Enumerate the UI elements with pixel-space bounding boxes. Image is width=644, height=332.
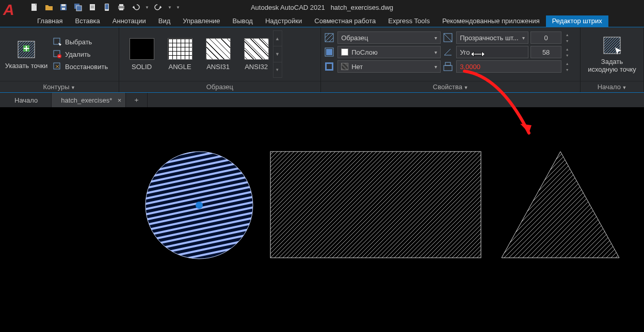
tab-insert[interactable]: Вставка (69, 15, 106, 27)
remove-boundary-button[interactable]: Удалить (53, 49, 108, 59)
panel-origin-title[interactable]: Начало (581, 81, 643, 92)
app-logo-icon[interactable]: A (3, 4, 23, 15)
transparency-label: Прозрачность шт... (460, 34, 519, 42)
panel-pattern-title: Образец (206, 83, 233, 91)
qat-redo-dd-icon[interactable]: ▼ (167, 2, 172, 13)
scroll-expand-icon[interactable]: ▾ (273, 62, 282, 77)
transparency-combo[interactable]: Прозрачность шт... (456, 31, 528, 44)
pattern-type-combo[interactable]: Образец (337, 31, 441, 44)
qat-print-icon[interactable] (116, 2, 127, 13)
pattern-solid[interactable]: SOLID (130, 38, 154, 71)
remove-boundary-label: Удалить (65, 51, 91, 58)
pattern-gallery-scroll[interactable]: ▲ ▼ ▾ (273, 30, 282, 78)
svg-rect-37 (270, 152, 481, 258)
recreate-boundary-label: Восстановить (65, 63, 108, 71)
qat-more-icon[interactable]: ▼ (175, 2, 181, 13)
ribbon-tabs: Главная Вставка Аннотации Вид Управление… (0, 14, 644, 27)
bgcolor-value: Нет (351, 63, 363, 71)
qat-saveas-icon[interactable] (72, 2, 84, 13)
qat-undo-icon[interactable] (130, 2, 141, 13)
svg-marker-38 (502, 152, 619, 258)
svg-rect-28 (444, 65, 452, 71)
svg-marker-13 (133, 6, 134, 9)
doc-tab-file[interactable]: hatch_exercises*× (52, 93, 126, 107)
svg-rect-3 (61, 4, 66, 6)
pattern-ansi31[interactable]: ANSI31 (206, 38, 231, 71)
panel-pattern: SOLID ANGLE ANSI31 ANSI32 ▲ ▼ ▾ (119, 27, 321, 92)
angle-label: Уго (456, 46, 528, 58)
bgcolor-icon (324, 61, 334, 72)
quick-access-toolbar: ▼ ▼ ▼ (29, 2, 181, 13)
tab-hatch-editor[interactable]: Редактор штрих (546, 15, 608, 27)
pattern-type-icon (324, 32, 334, 43)
drawing-canvas[interactable] (0, 107, 644, 332)
recreate-boundary-button[interactable]: Восстановить (53, 62, 108, 71)
scroll-down-icon[interactable]: ▼ (273, 46, 282, 62)
tab-addins[interactable]: Надстройки (259, 15, 308, 27)
select-objects-button[interactable]: Выбрать (53, 37, 108, 46)
select-objects-label: Выбрать (65, 38, 92, 46)
svg-rect-11 (119, 4, 123, 6)
color-icon (324, 47, 334, 57)
svg-rect-6 (76, 6, 82, 11)
tab-output[interactable]: Вывод (227, 15, 259, 27)
angle-value[interactable]: 58 (530, 46, 561, 58)
ribbon: Указать точки Выбрать Удалить Восстанови… (0, 27, 644, 93)
svg-rect-27 (327, 64, 332, 69)
transparency-value[interactable]: 0 (530, 31, 561, 44)
svg-rect-12 (119, 8, 123, 10)
pattern-ansi31-label: ANSI31 (206, 63, 230, 71)
qat-new-icon[interactable] (29, 2, 40, 13)
svg-rect-25 (326, 49, 332, 55)
color-value: ПоСлою (351, 48, 378, 56)
scale-value: 3.0000 (460, 63, 480, 71)
tab-express[interactable]: Express Tools (382, 15, 436, 27)
pattern-ansi32-label: ANSI32 (245, 63, 268, 71)
file-name: hatch_exercises.dwg (331, 4, 393, 11)
pattern-type-value: Образец (341, 34, 368, 42)
scroll-up-icon[interactable]: ▲ (273, 31, 282, 46)
selection-grip-icon (196, 202, 203, 209)
set-origin-button[interactable]: Задать исходную точку (584, 35, 640, 73)
scale-icon (443, 61, 453, 72)
pattern-angle[interactable]: ANGLE (168, 38, 192, 71)
angle-icon (443, 47, 453, 57)
qat-publish-icon[interactable] (87, 2, 98, 13)
svg-rect-29 (445, 62, 450, 65)
tab-collab[interactable]: Совместная работа (308, 15, 382, 27)
tab-view[interactable]: Вид (152, 15, 177, 27)
panel-boundaries: Указать точки Выбрать Удалить Восстанови… (0, 27, 119, 92)
app-name: Autodesk AutoCAD 2021 (251, 4, 325, 11)
document-tabs: Начало hatch_exercises*× ＋ (0, 93, 644, 107)
set-origin-label-1: Задать (601, 58, 623, 65)
pattern-solid-label: SOLID (132, 63, 152, 71)
tab-home[interactable]: Главная (31, 15, 69, 27)
titlebar: A ▼ ▼ ▼ Autodesk AutoCAD 2021 hatch_exer… (0, 0, 644, 14)
qat-open-icon[interactable] (43, 2, 55, 13)
color-combo[interactable]: ПоСлою (337, 46, 441, 58)
svg-rect-7 (90, 4, 95, 10)
bgcolor-combo[interactable]: Нет (337, 60, 441, 73)
scale-spinner[interactable]: ▲▼ (564, 60, 571, 73)
angle-spinner[interactable]: ▲▼ (564, 46, 571, 58)
panel-origin: Задать исходную точку Начало (581, 27, 644, 92)
doc-tab-new[interactable]: ＋ (126, 93, 148, 107)
close-icon[interactable]: × (118, 96, 122, 104)
qat-undo-dd-icon[interactable]: ▼ (144, 2, 150, 13)
pick-points-button[interactable]: Указать точки (3, 39, 50, 70)
qat-save-icon[interactable] (58, 2, 69, 13)
doc-tab-start[interactable]: Начало (5, 93, 52, 107)
transparency-spinner[interactable]: ▲▼ (564, 31, 571, 44)
qat-redo-icon[interactable] (153, 2, 164, 13)
pattern-ansi32[interactable]: ANSI32 (244, 38, 269, 71)
tab-annotations[interactable]: Аннотации (106, 15, 152, 27)
panel-boundaries-title[interactable]: Контуры (0, 81, 119, 92)
panel-properties-title[interactable]: Свойства (321, 81, 580, 92)
tab-apps[interactable]: Рекомендованные приложения (436, 15, 546, 27)
svg-marker-14 (160, 6, 162, 9)
pick-points-label: Указать точки (5, 62, 47, 70)
tab-manage[interactable]: Управление (176, 15, 226, 27)
pattern-angle-label: ANGLE (169, 63, 191, 71)
scale-value-field[interactable]: 3.0000 (456, 60, 561, 73)
qat-mobile-icon[interactable] (101, 2, 112, 13)
